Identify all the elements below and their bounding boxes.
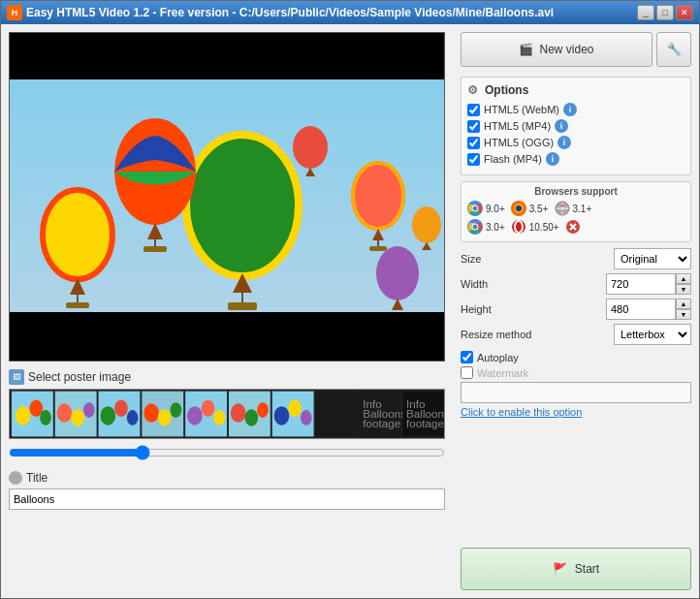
width-row: Width ▲ ▼ [461,273,691,295]
option-row-webm: HTML5 (WebM) i [467,103,684,116]
start-button[interactable]: 🚩 Start [461,548,691,590]
svg-rect-4 [228,302,257,310]
width-up-button[interactable]: ▲ [676,273,691,284]
height-up-button[interactable]: ▲ [676,299,691,309]
poster-icon: 🖼 [9,369,24,385]
browser-support-header: Browsers support [467,186,684,197]
svg-marker-22 [305,168,315,176]
maximize-button[interactable]: □ [656,5,674,20]
height-down-button[interactable]: ▼ [676,309,691,320]
svg-marker-20 [392,299,403,310]
app-icon: H [7,5,22,20]
height-input[interactable] [606,299,676,320]
size-select[interactable]: Original Custom [614,248,691,269]
browser-safari-1: 3.1+ [555,201,592,216]
webm-info-icon[interactable]: i [563,103,577,116]
poster-slider-input[interactable] [9,445,445,460]
title-label: Title [9,471,449,485]
webm-checkbox[interactable] [467,104,480,116]
poster-slider[interactable] [9,445,449,463]
main-window: H Easy HTML5 Video 1.2 - Free version - … [0,0,700,599]
webm-label: HTML5 (WebM) [484,104,559,115]
video-sky [10,79,444,322]
video-black-bottom [10,312,444,361]
svg-marker-16 [372,229,384,240]
chrome-1-version: 9.0+ [486,204,505,214]
right-panel: 🎬 New video 🔧 ⚙ Options HTML5 (WebM) i [457,24,699,598]
browser-row-1: 9.0+ 3.5+ [467,201,684,216]
ogg-label: HTML5 (OGG) [484,137,554,148]
flash-checkbox[interactable] [467,153,480,166]
flash-info-icon[interactable]: i [546,152,559,166]
svg-point-38 [143,403,159,422]
svg-point-43 [202,399,215,417]
svg-point-52 [301,410,312,426]
autoplay-row: Autoplay [461,351,691,363]
svg-point-35 [114,399,128,417]
video-preview [9,32,445,362]
options-title: Options [485,83,528,97]
svg-point-39 [158,409,172,426]
poster-strip[interactable]: Info Balloons footage Info Balloons foot… [9,389,445,439]
svg-point-40 [171,402,182,418]
height-input-wrapper: ▲ ▼ [606,299,691,320]
resize-select[interactable]: Letterbox Crop Stretch [614,324,691,345]
browser-chrome-1: 9.0+ [467,201,505,216]
minimize-button[interactable]: _ [637,5,654,20]
svg-rect-13 [143,246,167,252]
options-header: ⚙ Options [467,83,684,97]
gear-icon: ⚙ [467,83,481,97]
height-spinner: ▲ ▼ [676,299,691,320]
width-down-button[interactable]: ▼ [676,284,691,295]
nosupport-icon [565,219,581,235]
width-spinner: ▲ ▼ [676,273,691,295]
balloons-svg [10,79,446,322]
width-label: Width [461,278,602,290]
option-row-ogg: HTML5 (OGG) i [467,136,684,149]
browser-nosupport-1 [565,219,581,235]
autoplay-checkbox[interactable] [461,351,473,363]
poster-label-text: Select poster image [28,370,131,384]
watermark-checkbox[interactable] [461,366,473,379]
watermark-input[interactable] [461,382,691,403]
svg-point-66 [473,206,478,211]
close-button[interactable]: ✕ [676,5,693,20]
poster-label: 🖼 Select poster image [9,369,449,385]
opera-icon [511,219,526,235]
option-row-mp4: HTML5 (MP4) i [467,119,684,133]
enable-link[interactable]: Click to enable this option [461,406,691,418]
settings-button[interactable]: 🔧 [656,32,691,67]
ogg-info-icon[interactable]: i [557,136,571,149]
svg-marker-11 [147,223,163,239]
mp4-label: HTML5 (MP4) [484,120,551,132]
new-video-button[interactable]: 🎬 New video [461,32,652,67]
firefox-icon [511,201,526,216]
option-row-flash: Flash (MP4) i [467,152,684,166]
svg-rect-18 [369,246,387,251]
svg-point-23 [412,206,441,243]
mp4-checkbox[interactable] [467,120,480,133]
video-black-top [10,33,444,81]
svg-point-77 [473,225,478,230]
watermark-row: Watermark [461,366,691,379]
title-section: Title [9,471,449,510]
width-input-wrapper: ▲ ▼ [606,273,691,295]
autoplay-label: Autoplay [477,352,519,363]
new-video-label: New video [539,43,593,56]
mp4-info-icon[interactable]: i [555,119,568,133]
opera-1-version: 10.50+ [529,222,559,233]
svg-point-21 [293,126,328,169]
svg-marker-24 [422,242,431,250]
safari-1-version: 3.1+ [573,204,592,214]
title-label-text: Title [26,471,48,485]
flash-label: Flash (MP4) [484,153,542,165]
poster-thumbs-svg: Info Balloons footage Info Balloons foot… [10,389,444,439]
title-input[interactable] [9,489,445,510]
chrome-2-version: 3.0+ [486,222,505,233]
width-input[interactable] [606,273,676,295]
ogg-checkbox[interactable] [467,137,480,149]
svg-text:footage: footage [363,417,400,429]
chrome-icon [467,201,483,216]
start-label: Start [575,562,599,576]
svg-point-47 [245,409,259,426]
